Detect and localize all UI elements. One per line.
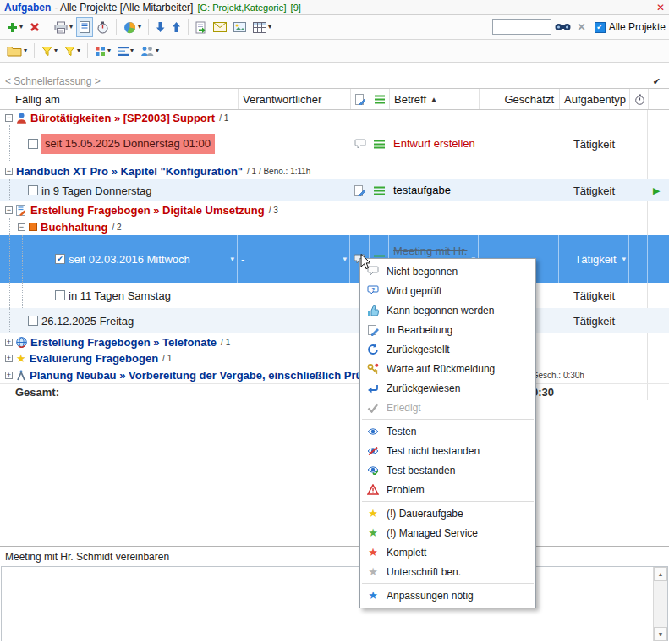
table-view-button[interactable]: ▾ [250, 17, 275, 37]
menu-item-erledigt[interactable]: Erledigt [360, 398, 535, 417]
task-checkbox[interactable] [28, 139, 38, 149]
responsible-cell[interactable]: - ▾ [238, 235, 350, 283]
group-row-digitale-umsetzung[interactable]: − Erstellung Fragebogen » Digitale Umset… [0, 201, 669, 218]
menu-item-testen[interactable]: Testen [360, 421, 535, 441]
column-header-subject[interactable]: Betreff ▲ [389, 89, 479, 109]
menu-item-kann-begonnen-werden[interactable]: Kann begonnen werden [360, 300, 535, 320]
menu-item-wird-geprueft[interactable]: ? Wird geprüft [360, 281, 535, 300]
column-header-note[interactable] [350, 89, 370, 109]
task-type[interactable]: Tätigkeit [573, 315, 615, 328]
close-button[interactable]: ✕ [656, 2, 665, 14]
timer-button[interactable] [93, 17, 112, 37]
group-row-buchhaltung[interactable]: − Buchhaltung / 2 [0, 218, 669, 235]
due-date[interactable]: in 11 Tagen Samstag [69, 289, 171, 302]
dropdown-caret-icon[interactable]: ▾ [343, 255, 347, 263]
window-titlebar[interactable]: Aufgaben - Alle Projekte [Alle Mitarbeit… [0, 0, 669, 15]
status-bubble-icon[interactable] [350, 139, 370, 150]
task-checkbox-checked[interactable]: ✔ [55, 254, 65, 264]
column-header-timer[interactable] [629, 89, 648, 109]
expand-box[interactable]: + [5, 372, 13, 379]
export-file-button[interactable] [192, 17, 210, 37]
vertical-scrollbar[interactable]: ▲ ▼ [653, 567, 667, 641]
dropdown-caret-icon[interactable]: ▾ [622, 255, 626, 263]
menu-item-in-bearbeitung[interactable]: In Bearbeitung [360, 320, 535, 339]
menu-item-anpassungen-noetig[interactable]: ★ Anpassungen nötig [360, 586, 535, 605]
task-type[interactable]: Tätigkeit [573, 184, 615, 197]
task-type[interactable]: Tätigkeit [574, 253, 616, 266]
delete-task-button[interactable] [26, 17, 43, 37]
expand-box[interactable]: + [5, 355, 13, 362]
view-folder-button[interactable]: ▾ [3, 41, 30, 61]
group-by-button[interactable]: ▾ [91, 41, 114, 61]
all-projects-checkbox[interactable]: ✔ [595, 22, 606, 33]
menu-item-daueraufgabe[interactable]: ★ (!) Daueraufgabe [360, 504, 535, 523]
task-subject[interactable]: testaufgabe [389, 184, 451, 198]
menu-item-zurueckgestellt[interactable]: Zurückgestellt [360, 339, 535, 359]
checklist-icon[interactable] [370, 186, 389, 195]
menu-item-problem[interactable]: Problem [360, 480, 535, 499]
task-subject[interactable]: Entwurf erstellen [389, 137, 475, 151]
group-row-telefonate[interactable]: + Erstellung Fragebogen » Telefonate / 1 [0, 333, 669, 350]
menu-item-managed-service[interactable]: ★ (!) Managed Service [360, 523, 535, 542]
task-row-entwurf[interactable]: seit 15.05.2025 Donnerstag 01:00 Entwurf… [0, 125, 669, 162]
menu-item-warte-auf-rueckmeldung[interactable]: Warte auf Rückmeldung [360, 359, 535, 378]
quick-entry-row[interactable]: < Schnellerfassung > ✔ [0, 74, 669, 89]
new-task-button[interactable]: ▾ [3, 17, 26, 37]
search-button[interactable] [551, 17, 574, 37]
expand-box[interactable]: + [5, 339, 13, 346]
edit-note-icon[interactable] [350, 185, 370, 196]
task-type[interactable]: Tätigkeit [573, 138, 615, 151]
clear-search-button[interactable]: ✕ [574, 17, 589, 37]
scroll-up-button[interactable]: ▲ [654, 567, 667, 581]
start-timer-play-icon[interactable]: ▶ [653, 185, 660, 196]
menu-item-komplett[interactable]: ★ Komplett [360, 542, 535, 562]
group-row-planung-neubau[interactable]: + Planung Neubau » Vorbereitung der Verg… [0, 366, 669, 383]
export-image-button[interactable] [230, 17, 250, 37]
move-down-button[interactable] [152, 17, 168, 37]
sort-columns-button[interactable]: ▾ [114, 41, 137, 61]
column-header-task-type[interactable]: Aufgabentyp [559, 89, 629, 109]
responsible-cell[interactable] [238, 179, 350, 201]
export-email-button[interactable] [210, 17, 230, 37]
task-type[interactable]: Tätigkeit [573, 289, 615, 302]
menu-item-nicht-begonnen[interactable]: Nicht begonnen [360, 261, 535, 281]
menu-item-test-bestanden[interactable]: Test bestanden [360, 460, 535, 480]
collapse-box[interactable]: − [5, 168, 13, 175]
column-header-responsible[interactable]: Verantwortlicher [238, 89, 350, 109]
group-row-evaluierung[interactable]: + ★ Evaluierung Fragebogen / 1 [0, 350, 669, 366]
group-row-handbuch[interactable]: − Handbuch XT Pro » Kapitel "Konfigurati… [0, 162, 669, 179]
responsible-value[interactable]: - [241, 253, 244, 266]
collapse-box[interactable]: − [18, 223, 25, 231]
menu-item-test-nicht-bestanden[interactable]: Test nicht bestanden [360, 441, 535, 460]
quick-entry-placeholder[interactable]: < Schnellerfassung > [5, 75, 101, 87]
scroll-down-button[interactable]: ▼ [654, 627, 667, 641]
collapse-box[interactable]: − [5, 206, 13, 214]
filter-button-2[interactable]: ▾ [61, 41, 84, 61]
due-date[interactable]: 26.12.2025 Freitag [41, 315, 134, 328]
menu-item-unterschrift-ben[interactable]: ★ Unterschrift ben. [360, 562, 535, 581]
filter-button-1[interactable]: ▾ [38, 41, 61, 61]
description-textarea[interactable]: ▲ ▼ [1, 566, 668, 641]
confirm-check-icon[interactable]: ✔ [653, 76, 661, 87]
checklist-icon[interactable] [370, 140, 389, 149]
print-button[interactable]: ▾ [51, 17, 76, 37]
chart-button[interactable]: ▾ [120, 17, 145, 37]
move-up-button[interactable] [168, 17, 184, 37]
due-date[interactable]: in 9 Tagen Donnerstag [41, 184, 152, 197]
collapse-box[interactable]: − [5, 114, 13, 122]
search-input[interactable] [492, 19, 551, 35]
task-row-samstag[interactable]: in 11 Tagen Samstag Tätigkeit [0, 283, 669, 308]
column-header-estimated[interactable]: Geschätzt [479, 89, 559, 109]
task-row-meeting-selected[interactable]: ✔ seit 02.03.2016 Mittwoch ▾ - ▾ Meeting… [0, 235, 669, 283]
task-checkbox[interactable] [28, 185, 38, 195]
group-row-buerotaetigkeiten[interactable]: − Bürotätigkeiten » [SP2003] Support / 1 [0, 110, 669, 125]
task-checkbox[interactable] [55, 290, 65, 300]
task-checkbox[interactable] [28, 316, 38, 326]
responsible-cell[interactable] [238, 125, 350, 162]
menu-item-zurueckgewiesen[interactable]: Zurückgewiesen [360, 378, 535, 398]
task-row-testaufgabe[interactable]: in 9 Tagen Donnerstag testaufgabe Tätigk… [0, 179, 669, 201]
task-row-freitag[interactable]: 26.12.2025 Freitag Tätigkeit [0, 308, 669, 333]
column-header-due[interactable]: Fällig am [0, 89, 238, 109]
dropdown-caret-icon[interactable]: ▾ [230, 255, 234, 263]
column-header-checklist[interactable] [370, 89, 389, 109]
